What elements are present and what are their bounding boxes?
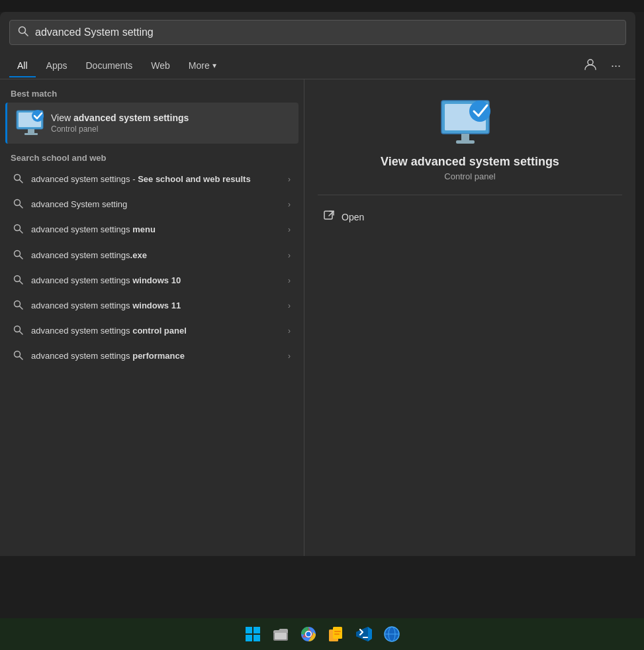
svg-point-40 [306,632,310,637]
vscode-icon[interactable] [352,622,376,646]
chevron-right-icon: › [288,251,291,260]
svg-line-9 [20,180,23,183]
right-app-title: View advanced system settings [381,155,559,169]
chevron-right-icon: › [288,200,291,209]
tab-more[interactable]: More ▾ [181,55,224,77]
svg-rect-28 [456,140,475,144]
svg-rect-36 [275,633,287,639]
best-match-label: Best match [0,79,304,103]
search-icon [13,199,23,210]
svg-line-11 [20,205,23,209]
suggestion-text: advanced system settings control panel [31,325,288,337]
svg-rect-7 [24,133,38,135]
chrome-icon[interactable] [297,622,320,646]
svg-line-21 [20,332,23,335]
svg-rect-6 [28,129,34,133]
svg-line-17 [20,281,23,284]
tab-documents[interactable]: Documents [77,55,140,77]
best-match-app-icon [15,109,43,137]
right-panel: View advanced system settings Control pa… [304,79,635,556]
svg-rect-31 [246,627,252,633]
search-icon [13,325,23,337]
chevron-right-icon: › [288,225,291,234]
suggestion-item[interactable]: advanced system settings.exe › [3,243,301,268]
svg-rect-32 [253,627,260,633]
best-match-text: View advanced system settings Control pa… [51,113,189,134]
start-button[interactable] [241,622,265,646]
top-bar [0,0,644,12]
best-match-subtitle: Control panel [51,124,189,134]
svg-rect-43 [334,631,341,632]
search-icon [13,275,23,287]
search-icon [18,26,28,39]
svg-line-15 [20,255,23,259]
suggestion-text: advanced system settings windows 10 [31,275,288,287]
chevron-right-icon: › [288,326,291,336]
best-match-item[interactable]: View advanced system settings Control pa… [5,103,299,144]
svg-line-23 [20,357,23,360]
svg-rect-34 [253,635,260,641]
chevron-down-icon: ▾ [212,61,216,70]
chevron-right-icon: › [288,301,291,310]
svg-point-5 [32,110,44,122]
best-match-title: View advanced system settings [51,113,189,123]
suggestion-text: advanced system settings menu [31,224,288,236]
svg-line-19 [20,306,23,310]
user-icon-button[interactable] [578,53,603,79]
right-app-subtitle: Control panel [444,171,495,181]
chevron-right-icon: › [288,276,291,285]
svg-line-1 [25,33,28,36]
taskbar [0,618,644,650]
svg-rect-33 [246,635,252,641]
suggestion-text: advanced system settings windows 11 [31,300,288,312]
svg-rect-27 [461,134,469,140]
suggestion-item[interactable]: advanced system settings performance › [3,344,301,369]
file-manager-icon[interactable] [269,622,293,646]
chevron-right-icon: › [288,175,291,184]
search-icon [13,173,23,185]
right-app-icon [440,99,500,155]
open-action[interactable]: Open [318,206,622,228]
suggestion-item[interactable]: advanced system settings windows 10 › [3,268,301,293]
search-icon [13,300,23,312]
search-icon [13,350,23,362]
tabs-bar: All Apps Documents Web More ▾ ··· [0,53,635,79]
more-options-button[interactable]: ··· [606,55,626,77]
divider [318,195,622,195]
chevron-right-icon: › [288,351,291,361]
svg-point-2 [588,60,593,65]
svg-rect-44 [334,633,340,635]
suggestion-item[interactable]: advanced System setting › [3,192,301,217]
svg-rect-42 [333,627,342,639]
files-icon[interactable] [324,622,348,646]
suggestion-text: advanced system settings.exe [31,250,288,261]
tab-all[interactable]: All [9,55,36,77]
svg-line-13 [20,230,23,234]
svg-line-30 [329,211,334,216]
search-input[interactable]: advanced System setting [35,26,618,38]
open-external-icon [323,210,335,224]
search-school-web-label: Search school and web [0,144,304,167]
open-label: Open [342,212,364,222]
search-box[interactable]: advanced System setting [9,20,626,45]
svg-point-26 [469,101,490,122]
left-panel: Best match [0,79,304,556]
main-content: Best match [0,79,635,556]
suggestion-text: advanced system settings performance [31,350,288,362]
suggestion-item[interactable]: advanced system settings control panel › [3,318,301,344]
suggestion-item[interactable]: advanced system settings menu › [3,217,301,242]
suggestion-item[interactable]: advanced system settings windows 11 › [3,293,301,318]
suggestion-text: advanced system settings - See school an… [31,173,288,185]
search-icon [13,224,23,236]
suggestion-text: advanced System setting [31,199,288,210]
search-overlay: advanced System setting All Apps Documen… [0,12,635,556]
svg-rect-29 [324,211,332,219]
tab-apps[interactable]: Apps [38,55,75,77]
search-icon [13,250,23,261]
tab-web[interactable]: Web [143,55,178,77]
network-icon[interactable] [380,622,404,646]
suggestion-item[interactable]: advanced system settings - See school an… [3,167,301,192]
